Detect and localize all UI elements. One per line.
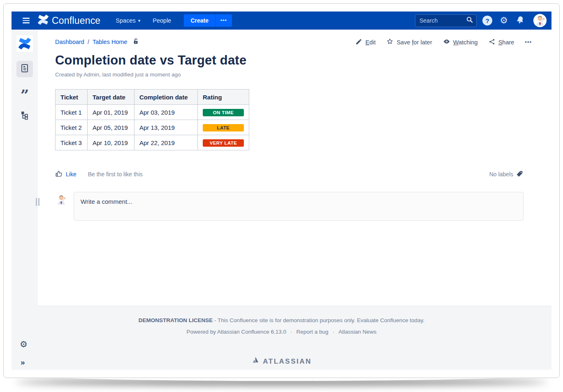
browser-page: Confluence Spaces ▾ People Create ••• ?	[3, 3, 560, 378]
cell-ticket: Ticket 3	[56, 135, 88, 150]
tree-icon	[20, 110, 30, 122]
search-icon[interactable]	[466, 16, 473, 25]
breadcrumb-space-link[interactable]: Tables Home	[93, 39, 127, 45]
table-row: Ticket 2 Apr 05, 2019 Apr 13, 2019 LATE	[56, 120, 249, 135]
confluence-logo-icon	[38, 14, 49, 27]
atlassian-wordmark: ATLASSIAN	[263, 357, 312, 366]
status-badge: ON TIME	[203, 109, 244, 116]
col-header-target-date: Target date	[88, 90, 134, 105]
page-byline: Created by Admin, last modified just a m…	[55, 71, 551, 78]
col-header-ticket: Ticket	[56, 90, 88, 105]
space-settings-gear-icon[interactable]: ⚙	[20, 340, 28, 348]
create-button-group: Create •••	[184, 14, 232, 27]
space-sidebar: ”	[12, 30, 38, 306]
like-bar: Like Be the first to like this No labels	[55, 170, 551, 179]
eye-icon	[443, 38, 450, 46]
cell-ticket: Ticket 1	[56, 105, 88, 120]
cell-rating: ON TIME	[198, 105, 249, 120]
search-input[interactable]	[419, 17, 466, 24]
table-header-row: Ticket Target date Completion date Ratin…	[56, 90, 249, 105]
nav-people[interactable]: People	[153, 17, 171, 24]
status-badge: VERY LATE	[203, 139, 244, 147]
create-more-button[interactable]: •••	[215, 14, 232, 27]
cell-completion-date: Apr 22, 2019	[134, 135, 198, 150]
confluence-brand[interactable]: Confluence	[38, 14, 100, 27]
comment-avatar	[55, 194, 67, 206]
breadcrumb: Dashboard / Tables Home	[55, 38, 139, 46]
no-labels-text: No labels	[489, 171, 513, 178]
atlassian-logo-icon	[251, 356, 260, 367]
cell-rating: LATE	[198, 120, 249, 135]
gear-icon: ⚙	[500, 16, 508, 25]
table-row: Ticket 3 Apr 10, 2019 Apr 22, 2019 VERY …	[56, 135, 249, 150]
thumbs-up-icon	[55, 170, 63, 179]
powered-by-text: Powered by Atlassian Confluence 6.13.0	[187, 329, 286, 335]
license-text: - This Confluence site is for demonstrat…	[213, 317, 424, 323]
chevron-down-icon: ▾	[138, 18, 141, 23]
watching-button[interactable]: Watching	[443, 38, 478, 46]
sidebar-item-pages[interactable]	[16, 61, 33, 77]
expand-sidebar-icon[interactable]: »	[21, 358, 25, 367]
labels-area[interactable]: No labels	[489, 170, 524, 179]
help-icon: ?	[482, 16, 492, 25]
save-for-later-button[interactable]: Save for later	[386, 38, 432, 46]
label-tag-icon	[516, 170, 524, 179]
user-avatar[interactable]	[533, 14, 547, 27]
license-title: DEMONSTRATION LICENSE	[139, 317, 213, 323]
share-button[interactable]: Share	[489, 38, 514, 46]
cell-target-date: Apr 10, 2019	[88, 135, 134, 150]
page-title: Completion date vs Target date	[55, 53, 551, 68]
sidebar-resize-handle[interactable]	[36, 198, 39, 206]
cell-completion-date: Apr 03, 2019	[134, 105, 198, 120]
breadcrumb-separator: /	[88, 39, 89, 45]
nav-spaces-label: Spaces	[116, 17, 135, 24]
first-like-hint: Be the first to like this	[88, 171, 143, 178]
star-icon	[386, 38, 394, 46]
pencil-icon	[355, 38, 362, 46]
share-icon	[489, 38, 496, 46]
tickets-table: Ticket Target date Completion date Ratin…	[55, 89, 249, 150]
table-row: Ticket 1 Apr 01, 2019 Apr 03, 2019 ON TI…	[56, 105, 249, 120]
status-badge: LATE	[203, 124, 244, 131]
bell-icon	[516, 15, 525, 26]
notifications-button[interactable]	[514, 15, 526, 26]
powered-by-line: Powered by Atlassian Confluence 6.13.0 ·…	[187, 329, 377, 335]
like-label: Like	[66, 171, 76, 178]
search-box[interactable]	[415, 14, 477, 27]
license-notice: DEMONSTRATION LICENSE - This Confluence …	[139, 317, 424, 323]
page-footer: ⚙ » DEMONSTRATION LICENSE - This Conflue…	[12, 306, 551, 370]
pages-icon	[20, 63, 30, 75]
atlassian-news-link[interactable]: Atlassian News	[338, 329, 376, 335]
space-logo[interactable]	[16, 35, 33, 52]
navbar-right-cluster: ? ⚙	[415, 14, 547, 27]
report-bug-link[interactable]: Report a bug	[297, 329, 329, 335]
more-actions-button[interactable]: •••	[525, 39, 532, 45]
sidebar-item-blog[interactable]: ”	[16, 84, 33, 100]
cell-target-date: Apr 05, 2019	[88, 120, 134, 135]
quotes-icon: ”	[21, 91, 29, 99]
cell-ticket: Ticket 2	[56, 120, 88, 135]
settings-button[interactable]: ⚙	[498, 15, 510, 26]
app-name: Confluence	[52, 15, 100, 26]
unrestricted-lock-icon[interactable]	[132, 38, 139, 46]
cell-completion-date: Apr 13, 2019	[134, 120, 198, 135]
col-header-completion-date: Completion date	[134, 90, 198, 105]
atlassian-brand[interactable]: ATLASSIAN	[251, 356, 312, 367]
edit-button[interactable]: Edit	[355, 38, 375, 46]
nav-spaces[interactable]: Spaces ▾	[116, 17, 140, 24]
page-content: Dashboard / Tables Home Edit Save for la…	[38, 30, 551, 306]
create-button[interactable]: Create	[184, 14, 215, 27]
help-button[interactable]: ?	[482, 15, 493, 26]
comment-input[interactable]: Write a comment...	[74, 192, 524, 221]
main-row: ” Dashboard / Tables Home	[12, 30, 551, 306]
cell-rating: VERY LATE	[198, 135, 249, 150]
hamburger-menu-icon[interactable]	[20, 14, 32, 27]
breadcrumb-dashboard-link[interactable]: Dashboard	[55, 39, 84, 45]
cell-target-date: Apr 01, 2019	[88, 105, 134, 120]
nav-people-label: People	[153, 17, 171, 24]
comment-section: Write a comment...	[55, 192, 551, 221]
page-actions: Edit Save for later Watching Share •••	[355, 38, 532, 46]
top-navbar: Confluence Spaces ▾ People Create ••• ?	[12, 12, 551, 30]
like-button[interactable]: Like	[55, 170, 76, 179]
sidebar-item-space-tools[interactable]	[16, 108, 33, 124]
